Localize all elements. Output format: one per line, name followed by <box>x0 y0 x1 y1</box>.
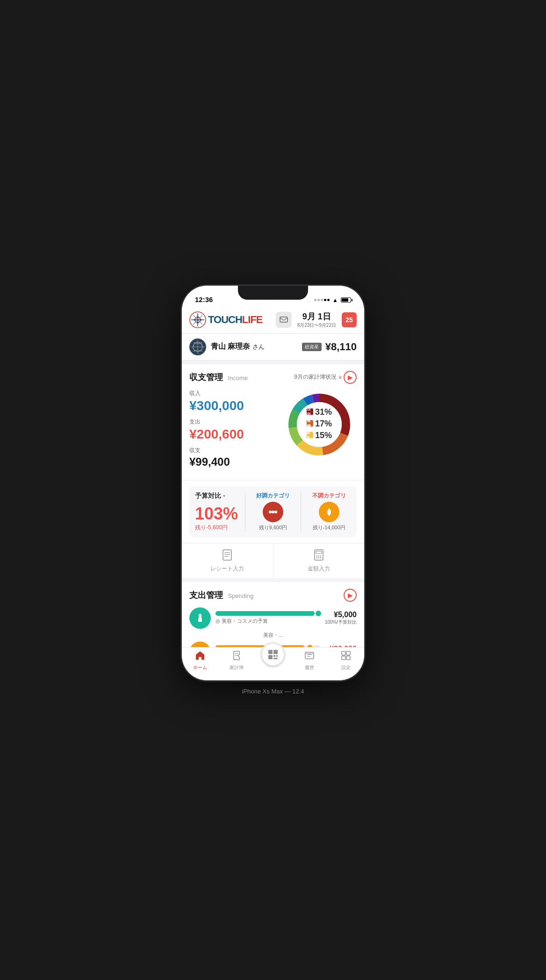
avatar-icon <box>190 339 205 354</box>
app-content[interactable]: TOUCHLIFE 9月 1日 8 <box>182 306 364 647</box>
tab-home[interactable]: ホーム <box>182 650 218 671</box>
income-content: 収入 ¥300,000 支出 ¥200,600 収支 ¥99,400 <box>189 389 357 473</box>
app-header: TOUCHLIFE 9月 1日 8 <box>182 306 364 334</box>
balance-value: ¥99,400 <box>189 455 277 468</box>
calculator-icon <box>314 549 324 563</box>
signal-icon <box>314 299 330 301</box>
legend-item-2: 食費 17% <box>307 418 332 428</box>
legend-dot-3: 娯楽・ <box>307 432 313 439</box>
income-link-btn[interactable]: ▶ <box>344 371 357 384</box>
receipt-input-button[interactable]: レシート入力 <box>182 544 273 578</box>
budget-remain: 残り-5,600円 <box>195 524 239 532</box>
spending-title: 支出管理 Spending <box>189 590 253 601</box>
svg-rect-34 <box>316 551 322 554</box>
total-assets-value: ¥8,110 <box>325 341 357 353</box>
message-icon <box>280 317 288 323</box>
amount-input-label: 金額入力 <box>308 565 330 573</box>
logo-text: TOUCHLIFE <box>208 314 263 326</box>
svg-point-8 <box>194 319 196 321</box>
wifi-icon: ▲ <box>332 297 338 303</box>
tab-kakeibo-label: 家計簿 <box>230 664 244 671</box>
svg-rect-57 <box>346 651 350 655</box>
budget-pct: 103% <box>195 504 239 524</box>
svg-rect-47 <box>273 650 278 654</box>
receipt-icon <box>222 549 232 563</box>
svg-line-12 <box>284 318 287 320</box>
beauty-sub-label: ◎ 美容・コスメの予算 <box>216 618 320 625</box>
settings-icon <box>341 650 351 663</box>
svg-point-6 <box>197 316 199 318</box>
svg-rect-42 <box>198 618 202 622</box>
income-link[interactable]: 9月の家計簿状況 ≡ ▶ <box>294 371 357 384</box>
income-header: 収支管理 Income 9月の家計簿状況 ≡ ▶ <box>189 371 357 384</box>
donut-legend: 住宅 31% 食費 17% 娯楽・ 15% <box>307 407 332 442</box>
donut-chart-area: 住宅 31% 食費 17% 娯楽・ 15% <box>282 389 357 473</box>
entertainment-bar-fill <box>216 645 304 647</box>
beauty-bar-dot <box>315 610 322 617</box>
svg-point-9 <box>200 319 201 321</box>
message-button[interactable] <box>276 312 292 328</box>
bad-category-icon <box>319 502 339 522</box>
beauty-name: 美容・... <box>189 632 357 639</box>
phone-screen: 12:36 ▲ <box>182 286 364 680</box>
budget-left: 予算対比 ▾ 103% 残り-5,600円 <box>195 492 239 532</box>
tab-input[interactable]: 入力 <box>255 650 291 671</box>
tab-bar: ホーム 家計簿 <box>182 647 364 680</box>
date-sub: 8月23日〜9月22日 <box>297 322 336 329</box>
good-category-icon <box>263 502 283 522</box>
date-main: 9月 1日 <box>297 311 336 322</box>
user-info: 青山 麻理奈 さん <box>189 339 265 355</box>
balance-row: 収支 ¥99,400 <box>189 447 277 468</box>
svg-point-37 <box>320 555 321 556</box>
phone-frame: 12:36 ▲ <box>182 286 364 680</box>
spending-section: 支出管理 Spending ▶ <box>182 582 364 647</box>
amount-input-button[interactable]: 金額入力 <box>273 544 365 578</box>
svg-point-40 <box>320 557 321 558</box>
svg-rect-58 <box>342 656 345 660</box>
beauty-value: ¥5,000 <box>325 611 357 619</box>
legend-item-1: 住宅 31% <box>307 407 332 417</box>
svg-rect-56 <box>342 651 345 655</box>
svg-point-39 <box>318 557 319 558</box>
svg-point-38 <box>316 557 317 558</box>
beauty-bar-track <box>216 611 320 616</box>
avatar <box>189 339 206 355</box>
spending-link-btn[interactable]: ▶ <box>344 589 357 602</box>
status-icons: ▲ <box>314 297 351 303</box>
receipt-input-label: レシート入力 <box>210 565 244 573</box>
total-assets-label: 総資産 <box>302 343 322 351</box>
budget-divider <box>245 492 245 532</box>
tab-input-circle <box>260 642 286 667</box>
svg-point-26 <box>272 511 274 513</box>
svg-point-27 <box>269 511 272 513</box>
tab-kakeibo[interactable]: 家計簿 <box>218 650 255 671</box>
notch <box>238 286 308 300</box>
svg-line-11 <box>280 318 284 320</box>
spending-header: 支出管理 Spending ▶ <box>189 589 357 602</box>
device-label: iPhone Xs Max — 12.4 <box>242 688 304 695</box>
good-category: 好調カテゴリ 残り9,600円 <box>251 492 295 532</box>
beauty-icon <box>189 607 211 629</box>
logo-area: TOUCHLIFE <box>189 311 263 328</box>
user-name: 青山 麻理奈 さん <box>211 342 265 352</box>
svg-point-35 <box>316 555 317 556</box>
tab-settings[interactable]: 設定 <box>328 650 364 671</box>
budget-section: 予算対比 ▾ 103% 残り-5,600円 好調カテゴリ <box>182 481 364 543</box>
user-assets: 総資産 ¥8,110 <box>302 341 357 353</box>
svg-rect-49 <box>273 655 275 657</box>
input-section: レシート入力 <box>182 544 364 578</box>
svg-rect-10 <box>280 317 287 322</box>
logo-tree-icon <box>189 311 206 328</box>
budget-header: 予算対比 ▾ <box>195 492 239 500</box>
spending-item-beauty: ◎ 美容・コスメの予算 ¥5,000 100%/予算対比 美容・... <box>189 607 357 639</box>
svg-rect-59 <box>346 656 350 660</box>
donut-chart: 住宅 31% 食費 17% 娯楽・ 15% <box>284 389 354 460</box>
svg-rect-51 <box>273 658 278 659</box>
expense-row: 支出 ¥200,600 <box>189 418 277 442</box>
income-left: 収入 ¥300,000 支出 ¥200,600 収支 ¥99,400 <box>189 389 277 473</box>
calendar-button[interactable]: 25 <box>342 312 357 327</box>
entertainment-bar-dot <box>306 644 314 647</box>
tab-history[interactable]: 履歴 <box>291 650 328 671</box>
date-area: 9月 1日 8月23日〜9月22日 <box>297 311 336 329</box>
income-value: ¥300,000 <box>189 398 277 413</box>
